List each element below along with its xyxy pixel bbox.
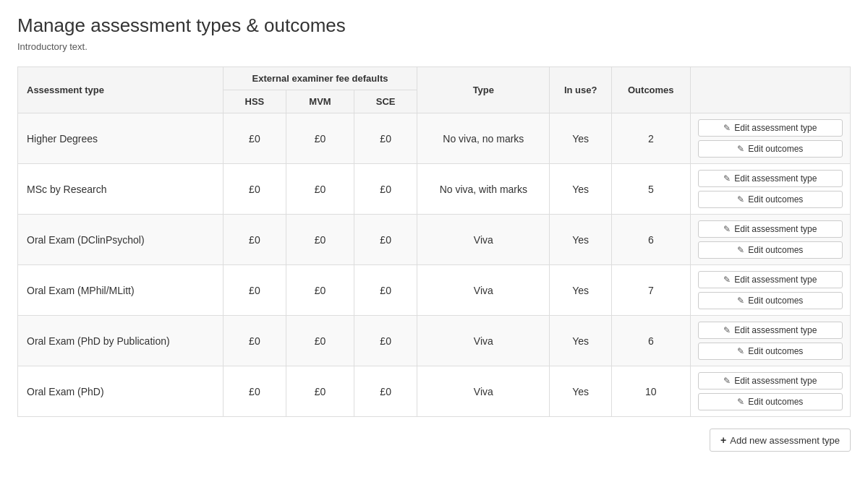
actions-cell: Edit assessment typeEdit outcomes <box>690 113 850 164</box>
pencil-icon <box>723 173 731 184</box>
plus-icon: + <box>720 434 726 446</box>
cell-type: Viva <box>417 215 550 265</box>
intro-text: Introductory text. <box>17 41 851 52</box>
cell-hss: £0 <box>223 316 286 366</box>
pencil-icon <box>723 275 731 285</box>
cell-outcomes: 5 <box>611 164 690 215</box>
edit-assessment-label: Edit assessment type <box>734 275 817 285</box>
pencil-icon <box>737 245 744 255</box>
pencil-icon <box>723 376 731 386</box>
col-header-outcomes: Outcomes <box>611 67 690 113</box>
assessment-types-table: Assessment type External examiner fee de… <box>17 66 851 417</box>
cell-hss: £0 <box>223 366 286 417</box>
edit-assessment-label: Edit assessment type <box>734 173 817 184</box>
edit-outcomes-label: Edit outcomes <box>748 194 803 205</box>
cell-type: Viva <box>417 366 550 417</box>
cell-hss: £0 <box>223 265 286 316</box>
cell-hss: £0 <box>223 215 286 265</box>
cell-mvm: £0 <box>286 316 354 366</box>
cell-sce: £0 <box>354 366 417 417</box>
edit-outcomes-label: Edit outcomes <box>748 296 803 306</box>
cell-type: Viva <box>417 316 550 366</box>
edit-outcomes-button[interactable]: Edit outcomes <box>698 343 843 360</box>
cell-in-use: Yes <box>550 215 612 265</box>
edit-assessment-type-button[interactable]: Edit assessment type <box>698 170 843 187</box>
actions-cell: Edit assessment typeEdit outcomes <box>690 265 850 316</box>
pencil-icon <box>723 325 731 335</box>
table-row: Oral Exam (MPhil/MLitt)£0£0£0VivaYes7Edi… <box>18 265 851 316</box>
actions-cell: Edit assessment typeEdit outcomes <box>690 316 850 366</box>
cell-hss: £0 <box>223 113 286 164</box>
edit-assessment-label: Edit assessment type <box>734 123 817 133</box>
cell-type: No viva, no marks <box>417 113 550 164</box>
add-new-assessment-type-button[interactable]: + Add new assessment type <box>710 429 851 452</box>
cell-assessment-type: Oral Exam (DClinPsychol) <box>18 215 224 265</box>
table-row: Oral Exam (DClinPsychol)£0£0£0VivaYes6Ed… <box>18 215 851 265</box>
cell-type: No viva, with marks <box>417 164 550 215</box>
cell-in-use: Yes <box>550 265 612 316</box>
cell-type: Viva <box>417 265 550 316</box>
cell-assessment-type: Oral Exam (PhD) <box>18 366 224 417</box>
edit-outcomes-button[interactable]: Edit outcomes <box>698 292 843 309</box>
col-header-type: Type <box>417 67 550 113</box>
cell-assessment-type: Higher Degrees <box>18 113 224 164</box>
pencil-icon <box>737 194 744 205</box>
edit-outcomes-button[interactable]: Edit outcomes <box>698 393 843 410</box>
cell-sce: £0 <box>354 164 417 215</box>
cell-sce: £0 <box>354 316 417 366</box>
cell-in-use: Yes <box>550 366 612 417</box>
edit-outcomes-button[interactable]: Edit outcomes <box>698 140 843 158</box>
edit-assessment-type-button[interactable]: Edit assessment type <box>698 119 843 137</box>
actions-cell: Edit assessment typeEdit outcomes <box>690 215 850 265</box>
cell-hss: £0 <box>223 164 286 215</box>
edit-outcomes-label: Edit outcomes <box>748 144 803 154</box>
edit-outcomes-button[interactable]: Edit outcomes <box>698 241 843 259</box>
pencil-icon <box>737 296 744 306</box>
cell-assessment-type: Oral Exam (MPhil/MLitt) <box>18 265 224 316</box>
col-header-sce: SCE <box>354 90 417 113</box>
edit-assessment-label: Edit assessment type <box>734 325 817 335</box>
actions-cell: Edit assessment typeEdit outcomes <box>690 366 850 417</box>
cell-mvm: £0 <box>286 113 354 164</box>
col-header-mvm: MVM <box>286 90 354 113</box>
col-header-actions <box>690 67 850 113</box>
actions-cell: Edit assessment typeEdit outcomes <box>690 164 850 215</box>
cell-mvm: £0 <box>286 265 354 316</box>
cell-sce: £0 <box>354 215 417 265</box>
col-header-assessment-type: Assessment type <box>18 67 224 113</box>
pencil-icon <box>723 224 731 234</box>
table-row: Oral Exam (PhD by Publication)£0£0£0Viva… <box>18 316 851 366</box>
add-btn-label: Add new assessment type <box>730 435 840 446</box>
table-row: Oral Exam (PhD)£0£0£0VivaYes10Edit asses… <box>18 366 851 417</box>
edit-assessment-label: Edit assessment type <box>734 224 817 234</box>
pencil-icon <box>737 144 744 154</box>
pencil-icon <box>737 397 744 407</box>
edit-assessment-type-button[interactable]: Edit assessment type <box>698 271 843 288</box>
cell-in-use: Yes <box>550 164 612 215</box>
edit-outcomes-label: Edit outcomes <box>748 346 803 356</box>
cell-outcomes: 2 <box>611 113 690 164</box>
cell-sce: £0 <box>354 113 417 164</box>
cell-mvm: £0 <box>286 164 354 215</box>
cell-outcomes: 6 <box>611 215 690 265</box>
col-group-fee-defaults: External examiner fee defaults <box>223 67 417 90</box>
cell-outcomes: 7 <box>611 265 690 316</box>
edit-assessment-type-button[interactable]: Edit assessment type <box>698 322 843 339</box>
page-title: Manage assessment types & outcomes <box>17 14 851 37</box>
cell-assessment-type: MSc by Research <box>18 164 224 215</box>
edit-assessment-type-button[interactable]: Edit assessment type <box>698 372 843 389</box>
edit-outcomes-button[interactable]: Edit outcomes <box>698 191 843 208</box>
cell-in-use: Yes <box>550 316 612 366</box>
cell-in-use: Yes <box>550 113 612 164</box>
edit-assessment-type-button[interactable]: Edit assessment type <box>698 220 843 238</box>
cell-assessment-type: Oral Exam (PhD by Publication) <box>18 316 224 366</box>
col-header-in-use: In use? <box>550 67 612 113</box>
cell-outcomes: 10 <box>611 366 690 417</box>
col-header-hss: HSS <box>223 90 286 113</box>
cell-mvm: £0 <box>286 215 354 265</box>
cell-sce: £0 <box>354 265 417 316</box>
table-row: MSc by Research£0£0£0No viva, with marks… <box>18 164 851 215</box>
edit-outcomes-label: Edit outcomes <box>748 245 803 255</box>
pencil-icon <box>723 123 731 133</box>
cell-mvm: £0 <box>286 366 354 417</box>
